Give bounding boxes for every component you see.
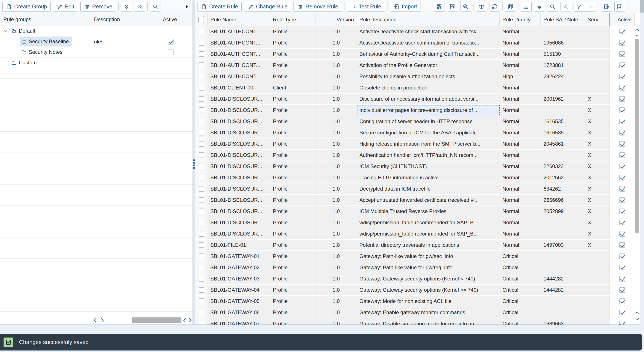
row-select-checkbox[interactable] [198,175,204,180]
column-header-active[interactable]: Active [149,13,192,26]
expand-all-button[interactable] [134,2,145,12]
rule-description-cell[interactable]: Hiding release information from the SMTP… [357,138,500,149]
row-select-checkbox[interactable] [198,62,204,68]
select-all-button[interactable] [434,2,445,12]
row-select-checkbox[interactable] [198,74,204,79]
row-select-cell[interactable] [195,105,208,116]
remove-group-button[interactable]: Remove [80,2,116,12]
row-select-cell[interactable] [195,172,208,183]
rule-active-checkbox[interactable] [619,74,625,79]
panel-splitter[interactable] [193,0,195,325]
rule-row[interactable]: SBL01-GATEWAY-05Profile1.0Gateway: Mode … [195,296,634,306]
scroll-left-icon[interactable] [93,318,98,324]
row-select-cell[interactable] [195,228,208,239]
row-select-cell[interactable] [195,60,208,71]
row-select-checkbox[interactable] [198,242,204,248]
row-select-cell[interactable] [195,127,208,138]
rule-active-checkbox[interactable] [619,265,625,270]
rule-active-checkbox[interactable] [619,51,625,57]
row-select-cell[interactable] [195,48,208,60]
rule-row[interactable]: SBL01-FILE-01Profile1.0Potential directo… [195,240,634,250]
row-select-cell[interactable] [195,284,208,296]
rule-row[interactable]: SBL01-DISCLOSUR...Profile1.0wdisp/permis… [195,217,634,228]
scroll-up-icon[interactable] [635,28,639,32]
filter-split-button[interactable] [574,2,596,12]
tree-node-label[interactable]: Security Notes [20,47,66,57]
rule-active-checkbox[interactable] [619,197,625,203]
refresh-button[interactable] [489,2,500,12]
compare-button[interactable] [476,2,487,12]
rule-active-checkbox[interactable] [619,96,625,102]
rule-active-checkbox[interactable] [619,186,625,192]
rule-description-cell[interactable]: Secure configuration of ICM for the ABAP… [357,127,500,138]
group-active-checkbox[interactable] [168,39,174,44]
rule-description-cell[interactable]: Activate/Deactivate check start transact… [357,26,500,37]
rule-description-cell[interactable]: Authentication handler icm/HTTP/auth_NN … [357,150,500,160]
rule-active-checkbox[interactable] [619,208,625,214]
row-select-cell[interactable] [195,161,208,172]
column-header-rule-priority[interactable]: Rule Priority [500,13,541,26]
rule-description-cell[interactable]: wdisp/permission_table recommended for S… [357,228,500,239]
tree-node-label[interactable]: Custom [10,58,40,68]
select-all-checkbox[interactable] [195,13,208,26]
column-header-rule-type[interactable]: Rule Type [270,13,316,26]
rule-description-cell[interactable]: Tracing HTTP information is active [357,172,500,183]
rule-active-checkbox[interactable] [619,298,625,304]
rule-description-cell[interactable]: ICM Security (CLIENTHOST) [357,161,500,172]
rule-description-cell[interactable]: Gateway: Gateway security options (Kerne… [357,273,500,284]
tree-row-custom[interactable]: Custom [0,58,192,68]
row-select-cell[interactable] [195,94,208,104]
rule-description-cell[interactable]: Gateway: Path-like value for gw/reg_info [357,262,500,273]
rule-row[interactable]: SBL01-DISCLOSUR...Profile1.0Configuratio… [195,116,634,127]
rule-description-cell[interactable]: Disclosure of unnecessary information ab… [357,94,500,104]
rule-row[interactable]: SBL01-CLIENT-00Client1.0Obsolete clients… [195,82,634,93]
scroll-right-icon[interactable] [187,318,192,324]
scroll-down-icon[interactable] [635,318,639,322]
rule-row[interactable]: SBL01-DISCLOSUR...Profile1.0ICM Security… [195,161,634,172]
remove-rule-button[interactable]: Remove Rule [294,2,342,12]
column-header-rule-name[interactable]: Rule Name [208,13,270,26]
rule-active-checkbox[interactable] [619,321,625,325]
rule-description-cell[interactable]: Potential directory traversals in applic… [357,240,500,250]
row-select-checkbox[interactable] [198,321,204,325]
column-header-version[interactable]: Version [316,13,357,26]
tree-row-default[interactable]: Default [0,26,192,36]
rule-description-cell[interactable]: Gateway: Disable simulation mode for reg… [357,318,500,325]
rule-row[interactable]: SBL01-DISCLOSUR...Profile1.0Individual e… [195,105,634,116]
rule-description-cell[interactable]: Configuration of server header in HTTP r… [357,116,500,127]
import-button[interactable]: Import [390,2,421,12]
rule-row[interactable]: SBL01-GATEWAY-02Profile1.0Gateway: Path-… [195,262,634,273]
rule-active-checkbox[interactable] [619,119,625,124]
rule-active-checkbox[interactable] [619,254,625,259]
row-select-checkbox[interactable] [198,298,204,304]
row-select-cell[interactable] [195,296,208,306]
row-select-checkbox[interactable] [198,254,204,259]
row-select-checkbox[interactable] [198,40,204,46]
row-select-cell[interactable] [195,26,208,37]
row-select-checkbox[interactable] [198,231,204,236]
rule-row[interactable]: SBL01-DISCLOSUR...Profile1.0Tracing HTTP… [195,172,634,183]
rule-active-checkbox[interactable] [619,242,625,248]
tree-expand-toggle[interactable] [3,28,8,34]
tree-expand-icon[interactable] [3,28,8,33]
test-rule-button[interactable]: Test Rule [347,2,385,12]
row-select-checkbox[interactable] [198,96,204,102]
row-select-cell[interactable] [195,251,208,262]
create-group-button[interactable]: Create Group [2,2,50,12]
column-header-active[interactable]: Active [610,13,634,26]
copy-button[interactable] [505,2,516,12]
rule-row[interactable]: SBL01-DISCLOSUR...Profile1.0Accept untru… [195,195,634,206]
rule-active-checkbox[interactable] [619,40,625,46]
rule-active-checkbox[interactable] [619,152,625,158]
rule-description-cell[interactable]: Activate/Deactivate user confirmation of… [357,38,500,48]
row-select-checkbox[interactable] [198,119,204,124]
sort-descending-button[interactable] [534,2,545,12]
rule-row[interactable]: SBL01-AUTHCONT...Profile1.0Activate/Deac… [195,26,634,37]
horizontal-scrollbar-thumb[interactable] [132,318,181,323]
row-select-checkbox[interactable] [198,310,204,315]
row-select-cell[interactable] [195,262,208,273]
row-select-checkbox[interactable] [198,220,204,226]
row-select-cell[interactable] [195,138,208,149]
rule-active-checkbox[interactable] [619,130,625,136]
tree-node-label[interactable]: Default [10,26,39,36]
